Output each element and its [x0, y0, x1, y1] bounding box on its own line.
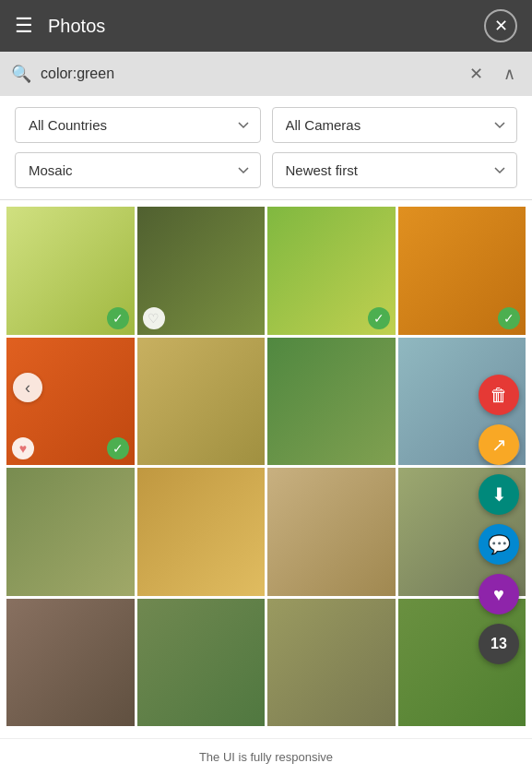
- download-fab[interactable]: ⬇: [479, 474, 519, 515]
- photo-cell[interactable]: [6, 599, 135, 727]
- photo-cell[interactable]: ✓: [267, 207, 396, 335]
- filter-row-1: All Countries All Cameras: [15, 107, 517, 143]
- photo-cell[interactable]: [267, 599, 396, 727]
- nav-arrow-left[interactable]: ‹: [13, 373, 42, 402]
- share-fab[interactable]: ↗: [479, 424, 519, 465]
- heart-badge: ♥: [12, 437, 34, 459]
- photo-cell[interactable]: [267, 338, 396, 466]
- search-collapse-button[interactable]: ∧: [498, 62, 521, 86]
- country-filter[interactable]: All Countries: [15, 107, 261, 143]
- search-icon: 🔍: [11, 64, 31, 84]
- menu-icon[interactable]: ☰: [15, 14, 33, 38]
- photo-cell[interactable]: [6, 468, 135, 596]
- check-badge: ✓: [107, 437, 129, 459]
- photo-grid: ✓♡✓✓✓♥✕: [4, 204, 528, 729]
- photo-cell[interactable]: ♡: [137, 207, 266, 335]
- photo-cell[interactable]: [137, 468, 266, 596]
- delete-fab[interactable]: 🗑: [479, 375, 519, 415]
- photo-grid-container: ✓♡✓✓✓♥✕: [0, 200, 532, 738]
- camera-filter[interactable]: All Cameras: [272, 107, 518, 143]
- status-text: The UI is fully responsive: [199, 750, 333, 764]
- main-content: 🔍 ✕ ∧ All Countries All Cameras Mosaic N…: [0, 52, 532, 775]
- check-badge: ✓: [107, 307, 129, 329]
- photo-cell[interactable]: [137, 599, 266, 727]
- heart-outline-badge: ♡: [143, 307, 165, 329]
- layout-filter[interactable]: Mosaic: [15, 152, 261, 188]
- photo-cell[interactable]: ✓: [398, 207, 526, 335]
- check-badge: ✓: [498, 307, 520, 329]
- filter-row-2: Mosaic Newest first: [15, 152, 517, 188]
- app-header: ☰ Photos ✕: [0, 0, 532, 52]
- app-title: Photos: [48, 16, 484, 37]
- comment-fab[interactable]: 💬: [479, 524, 519, 565]
- fab-count[interactable]: 13: [479, 624, 519, 664]
- close-button[interactable]: ✕: [484, 9, 517, 42]
- search-clear-button[interactable]: ✕: [464, 62, 489, 86]
- photo-cell[interactable]: [137, 338, 266, 466]
- search-bar: 🔍 ✕ ∧: [0, 52, 532, 96]
- status-bar: The UI is fully responsive: [0, 738, 532, 775]
- filter-area: All Countries All Cameras Mosaic Newest …: [0, 96, 532, 200]
- check-badge: ✓: [368, 307, 390, 329]
- fab-cluster: 🗑↗⬇💬♥13: [479, 375, 519, 664]
- photo-cell[interactable]: ✓: [6, 207, 135, 335]
- photo-cell[interactable]: [267, 468, 396, 596]
- search-input[interactable]: [41, 66, 455, 82]
- close-icon: ✕: [494, 16, 508, 36]
- favorite-fab[interactable]: ♥: [479, 574, 519, 614]
- sort-filter[interactable]: Newest first: [272, 152, 518, 188]
